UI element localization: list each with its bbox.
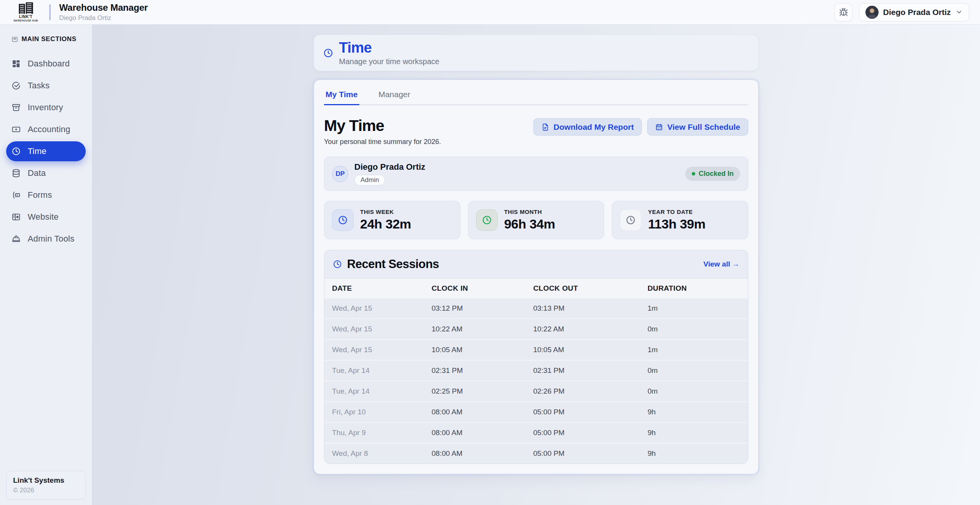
sessions-table-body: Wed, Apr 15 03:12 PM 03:13 PM 1m Wed, Ap… (324, 298, 748, 464)
bug-icon (839, 8, 848, 17)
company-logo: LINK'T WAREHOUSE HUB (11, 2, 41, 22)
user-menu-button[interactable]: Diego Prada Ortiz (859, 3, 969, 22)
my-time-subheading: Your personal time summary for 2026. (324, 138, 441, 146)
chevron-down-icon (955, 8, 963, 16)
sidebar: MAIN SECTIONS Dashboard Tasks Inventory … (0, 25, 92, 505)
view-all-link[interactable]: View all → (703, 260, 739, 268)
recent-sessions-card: Recent Sessions View all → DATE CLOCK IN… (324, 250, 748, 464)
page-subtitle: Manage your time workspace (339, 57, 439, 66)
sidebar-item-accounting[interactable]: Accounting (6, 119, 86, 139)
stat-card-this-month: THIS MONTH 96h 34m (468, 201, 605, 239)
logo-brand-text: LINK'T (19, 15, 33, 19)
clock-icon (482, 215, 492, 225)
my-time-heading-block: My Time Your personal time summary for 2… (324, 117, 441, 146)
role-badge: Admin (354, 175, 385, 185)
sidebar-item-inventory[interactable]: Inventory (6, 98, 86, 118)
sidebar-item-label: Accounting (28, 124, 70, 134)
sidebar-item-time[interactable]: Time (6, 141, 86, 161)
page-title-card: Time Manage your time workspace (314, 35, 759, 71)
stat-card-this-week: THIS WEEK 24h 32m (324, 201, 460, 239)
sidebar-item-forms[interactable]: Forms (6, 185, 86, 205)
sidebar-section-label: MAIN SECTIONS (6, 35, 86, 43)
table-row: Wed, Apr 8 08:00 AM 05:00 PM 9h (324, 443, 748, 464)
sidebar-item-website[interactable]: Website (6, 207, 86, 227)
dashboard-icon (12, 59, 21, 68)
sidebar-item-label: Website (28, 212, 58, 222)
sidebar-item-dashboard[interactable]: Dashboard (6, 54, 86, 74)
col-date: DATE (324, 278, 424, 299)
sidebar-item-label: Time (28, 146, 47, 156)
sidebar-item-label: Dashboard (28, 59, 70, 69)
app-subtitle: Diego Prada Ortiz (59, 14, 148, 22)
logo-buildings-icon (19, 2, 33, 14)
sidebar-item-admin-tools[interactable]: Admin Tools (6, 229, 86, 249)
copyright: © 2026 (13, 487, 79, 494)
user-menu-name: Diego Prada Ortiz (883, 8, 951, 17)
time-page-icon (323, 48, 333, 58)
sessions-table: DATE CLOCK IN CLOCK OUT DURATION Wed, Ap… (324, 278, 748, 464)
sidebar-nav: Dashboard Tasks Inventory Accounting Tim… (6, 54, 86, 251)
stat-label: THIS WEEK (360, 209, 411, 215)
sidebar-item-label: Forms (28, 190, 52, 200)
col-duration: DURATION (640, 278, 748, 299)
company-name: Link't Systems (13, 476, 79, 485)
table-row: Fri, Apr 10 08:00 AM 05:00 PM 9h (324, 402, 748, 422)
sidebar-item-label: Data (28, 168, 46, 178)
header-titles: Warehouse Manager Diego Prada Ortiz (59, 2, 148, 22)
sidebar-item-tasks[interactable]: Tasks (6, 76, 86, 96)
debug-bug-button[interactable] (834, 3, 853, 22)
time-icon (12, 147, 21, 156)
app-header: LINK'T WAREHOUSE HUB Warehouse Manager D… (0, 0, 980, 25)
clock-icon (338, 215, 348, 225)
user-name: Diego Prada Ortiz (354, 162, 425, 172)
website-icon (12, 212, 21, 222)
page-title: Time (339, 40, 439, 56)
view-schedule-button[interactable]: View Full Schedule (647, 118, 748, 136)
sidebar-footer-card: Link't Systems © 2026 (6, 471, 86, 500)
sidebar-item-label: Tasks (28, 81, 50, 91)
user-summary-card: DP Diego Prada Ortiz Admin Clocked In (324, 157, 748, 191)
header-divider (49, 4, 51, 20)
data-icon (12, 169, 21, 178)
tab-my-time[interactable]: My Time (324, 86, 359, 105)
table-row: Wed, Apr 15 10:22 AM 10:22 AM 0m (324, 319, 748, 339)
col-clock-out: CLOCK OUT (525, 278, 640, 299)
download-report-button[interactable]: Download My Report (533, 118, 642, 136)
stat-label: YEAR TO DATE (648, 209, 705, 215)
status-badge: Clocked In (685, 167, 740, 181)
sidebar-item-label: Inventory (28, 103, 63, 113)
user-avatar (865, 6, 879, 19)
stat-label: THIS MONTH (504, 209, 555, 215)
stat-card-year-to-date: YEAR TO DATE 113h 39m (612, 201, 748, 239)
table-row: Wed, Apr 15 03:12 PM 03:13 PM 1m (324, 298, 748, 319)
table-row: Thu, Apr 9 08:00 AM 05:00 PM 9h (324, 422, 748, 443)
sidebar-item-data[interactable]: Data (6, 163, 86, 183)
logo-sub-text: WAREHOUSE HUB (13, 19, 38, 22)
table-row: Tue, Apr 14 02:31 PM 02:31 PM 0m (324, 360, 748, 381)
stat-value: 24h 32m (360, 217, 411, 232)
sections-icon (12, 36, 18, 43)
stats-row: THIS WEEK 24h 32m THIS MONTH 96h 34m (324, 201, 748, 239)
clock-icon (333, 260, 342, 269)
sidebar-item-label: Admin Tools (28, 234, 75, 244)
stat-value: 113h 39m (648, 217, 705, 232)
clock-icon (626, 215, 636, 225)
tab-manager[interactable]: Manager (377, 86, 412, 105)
my-time-heading: My Time (324, 117, 441, 135)
forms-icon (12, 190, 21, 200)
stat-value: 96h 34m (504, 217, 555, 232)
time-workspace-card: My Time Manager My Time Your personal ti… (314, 79, 759, 474)
calendar-icon (655, 123, 663, 131)
inventory-icon (12, 103, 21, 112)
table-row: Wed, Apr 15 10:05 AM 10:05 AM 1m (324, 339, 748, 360)
avatar: DP (332, 166, 348, 182)
col-clock-in: CLOCK IN (424, 278, 525, 299)
sessions-title: Recent Sessions (347, 257, 439, 271)
admin-tools-icon (12, 234, 21, 243)
tasks-icon (12, 81, 21, 90)
status-dot-icon (692, 172, 695, 176)
main-content: Time Manage your time workspace My Time … (92, 25, 980, 505)
file-icon (541, 123, 549, 131)
accounting-icon (12, 125, 21, 134)
app-title: Warehouse Manager (59, 2, 148, 13)
